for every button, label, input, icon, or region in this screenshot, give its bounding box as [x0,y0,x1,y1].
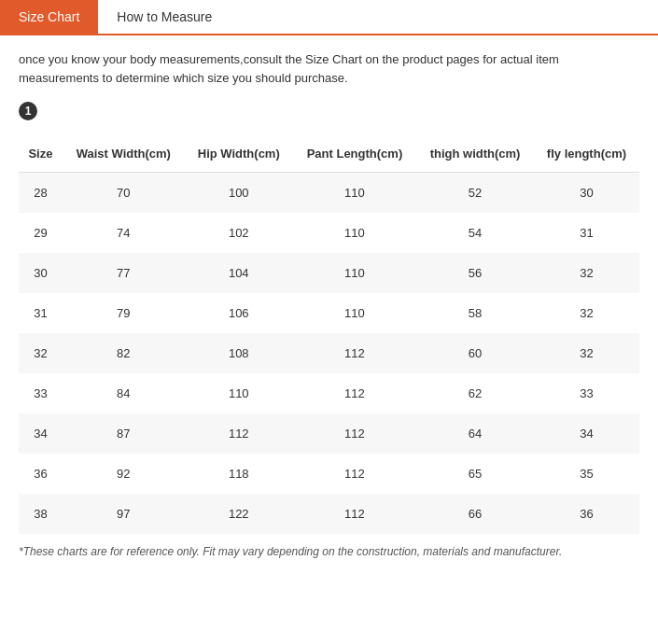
table-cell: 60 [416,333,534,373]
table-cell: 33 [19,373,63,413]
table-cell: 108 [185,333,293,373]
table-cell: 62 [416,373,534,413]
column-header: Waist Width(cm) [63,135,185,173]
table-body: 2870100110523029741021105431307710411056… [19,173,639,535]
table-cell: 102 [185,213,293,253]
table-cell: 87 [63,413,185,454]
tab-bar: Size Chart How to Measure [0,0,658,35]
table-cell: 64 [416,413,534,454]
table-cell: 110 [293,173,416,214]
table-row: 33841101126233 [19,373,639,413]
step-badge: 1 [19,102,37,120]
table-cell: 36 [19,454,63,494]
table-cell: 104 [185,253,293,293]
table-cell: 29 [19,213,63,253]
column-header: Hip Width(cm) [185,135,293,173]
table-row: 34871121126434 [19,413,639,454]
table-cell: 52 [416,173,534,214]
table-cell: 74 [63,213,185,253]
tab-how-to-measure[interactable]: How to Measure [98,0,231,34]
table-cell: 112 [185,413,293,454]
table-row: 31791061105832 [19,293,639,333]
table-row: 36921181126535 [19,454,639,494]
table-cell: 110 [293,293,416,333]
size-table: SizeWaist Width(cm)Hip Width(cm)Pant Len… [19,135,639,534]
table-cell: 32 [534,333,639,373]
table-cell: 36 [534,494,639,534]
main-content: once you know your body measurements,con… [0,35,658,567]
table-cell: 38 [19,494,63,534]
table-cell: 32 [534,253,639,293]
table-cell: 106 [185,293,293,333]
footer-note: *These charts are for reference only. Fi… [19,545,639,558]
table-cell: 56 [416,253,534,293]
table-cell: 30 [19,253,63,293]
table-cell: 31 [534,213,639,253]
table-cell: 100 [185,173,293,214]
table-cell: 28 [19,173,63,214]
tab-size-chart[interactable]: Size Chart [0,0,98,34]
table-cell: 31 [19,293,63,333]
table-cell: 58 [416,293,534,333]
table-cell: 32 [534,293,639,333]
table-cell: 34 [534,413,639,454]
table-cell: 112 [293,413,416,454]
table-cell: 35 [534,454,639,494]
table-cell: 92 [63,454,185,494]
column-header: thigh width(cm) [416,135,534,173]
table-cell: 112 [293,373,416,413]
table-cell: 66 [416,494,534,534]
table-cell: 112 [293,494,416,534]
table-cell: 112 [293,333,416,373]
column-header: fly length(cm) [534,135,639,173]
table-cell: 82 [63,333,185,373]
table-cell: 65 [416,454,534,494]
table-row: 30771041105632 [19,253,639,293]
table-cell: 110 [293,253,416,293]
table-cell: 30 [534,173,639,214]
column-header: Size [19,135,63,173]
table-cell: 33 [534,373,639,413]
table-cell: 54 [416,213,534,253]
column-header: Pant Length(cm) [293,135,416,173]
table-cell: 32 [19,333,63,373]
table-row: 28701001105230 [19,173,639,214]
table-cell: 110 [185,373,293,413]
table-cell: 70 [63,173,185,214]
table-row: 38971221126636 [19,494,639,534]
description-text: once you know your body measurements,con… [19,50,639,87]
table-cell: 118 [185,454,293,494]
table-row: 29741021105431 [19,213,639,253]
table-cell: 77 [63,253,185,293]
table-cell: 97 [63,494,185,534]
table-cell: 84 [63,373,185,413]
table-cell: 79 [63,293,185,333]
table-header-row: SizeWaist Width(cm)Hip Width(cm)Pant Len… [19,135,639,173]
table-cell: 122 [185,494,293,534]
table-row: 32821081126032 [19,333,639,373]
table-cell: 112 [293,454,416,494]
table-cell: 34 [19,413,63,454]
table-cell: 110 [293,213,416,253]
